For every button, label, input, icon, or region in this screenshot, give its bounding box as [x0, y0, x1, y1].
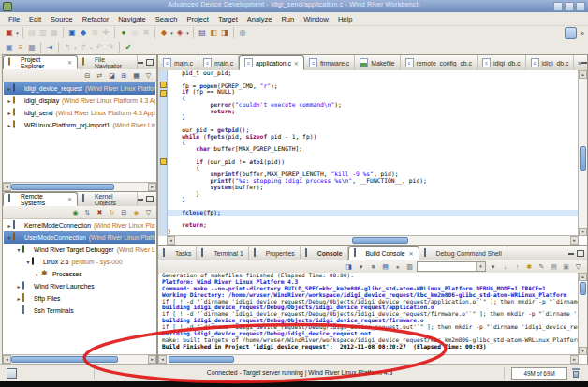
menu-target[interactable]: Target — [213, 15, 243, 23]
bookmark-marker-icon[interactable] — [160, 158, 167, 165]
close-tab-icon[interactable]: ✕ — [67, 196, 72, 202]
undo-icon[interactable]: ↶ — [94, 42, 105, 53]
expand-arrow-icon[interactable]: ▸ — [6, 122, 13, 128]
menu-file[interactable]: File — [4, 15, 24, 23]
minimize-view-icon[interactable] — [138, 199, 143, 201]
menu-project[interactable]: Project — [183, 15, 213, 23]
word-wrap-icon[interactable]: ▤ — [549, 261, 559, 272]
pin-console-icon[interactable]: ▥ — [404, 261, 415, 272]
tree-row-wrlinux-platform-prj-import1[interactable]: ▸WRLinux-Platform_prj-import1(Wind River… — [4, 119, 155, 131]
scroll-right-icon[interactable]: ▸ — [570, 236, 579, 245]
connect-icon[interactable]: ◈ — [174, 27, 185, 38]
menu-window[interactable]: Window — [299, 15, 333, 23]
tree-row-idigi-device-request[interactable]: ▸idigi_device_request(Wind River Linux P… — [4, 82, 155, 95]
tab-properties[interactable]: Properties — [249, 246, 301, 260]
trace-icon[interactable]: ◧ — [208, 27, 219, 38]
editor-tab-idigi-db-c[interactable]: cidigi_db.c — [478, 55, 526, 70]
connect-icon[interactable]: ◉ — [70, 207, 81, 217]
focus-dropdown-icon[interactable]: ◪ — [107, 70, 117, 81]
search-icon[interactable]: ◎ — [237, 27, 248, 38]
console-vscrollbar[interactable]: ▴ ▾ — [578, 273, 587, 355]
tree-row-wind-river-launches[interactable]: ▸Wind River Launches — [4, 280, 155, 292]
back-icon[interactable]: ↰ — [62, 42, 73, 53]
expand-arrow-icon[interactable]: ▸ — [15, 283, 22, 290]
tab-tasks[interactable]: Tasks — [158, 246, 197, 260]
scroll-left-icon[interactable]: ◂ — [3, 183, 11, 191]
tab-debug-command-shell[interactable]: Debug Command Shell — [419, 246, 507, 260]
debug-icon[interactable]: ● — [118, 27, 129, 38]
tree-row-kernelmodeconnection[interactable]: ▸KernelModeConnection(Wind River Linux P… — [4, 219, 155, 231]
console-filter-combo[interactable]: ▾ — [417, 261, 486, 272]
maximize-view-icon[interactable] — [577, 250, 584, 257]
print-icon[interactable]: ▦ — [49, 27, 60, 38]
scroll-up-icon[interactable]: ▴ — [579, 70, 587, 79]
expand-arrow-icon[interactable]: ▸ — [15, 295, 22, 302]
expand-arrow-icon[interactable]: ▾ — [15, 246, 22, 253]
terminate-icon[interactable]: ■ — [368, 261, 378, 272]
build-target-icon[interactable]: ◆ — [78, 27, 89, 38]
scroll-thumb[interactable] — [11, 184, 114, 190]
menu-search[interactable]: Search — [151, 15, 183, 23]
editor-hscrollbar[interactable]: ◂ ▸ — [167, 235, 579, 245]
close-tab-icon[interactable]: ✕ — [409, 250, 414, 257]
expand-arrow-icon[interactable]: ▾ — [24, 259, 32, 265]
view-menu-icon[interactable]: ▽ — [143, 70, 154, 81]
profile-icon[interactable]: ◨ — [219, 27, 230, 38]
minimize-view-icon[interactable] — [138, 62, 143, 64]
view-menu-icon[interactable]: ▽ — [143, 207, 154, 217]
tree-row-usermodeconnection[interactable]: ▾UserModeConnection(Wind River Linux Pla… — [4, 231, 155, 244]
tasks-list-icon[interactable]: ≡ — [15, 42, 26, 53]
close-tab-icon[interactable]: ✕ — [294, 60, 299, 67]
editor-tab-main-c[interactable]: cmain.c — [198, 55, 239, 70]
editor-icon[interactable]: ▣ — [4, 42, 15, 53]
scroll-down-icon[interactable]: ▾ — [579, 347, 587, 355]
connect-dropdown-icon[interactable]: ▾ — [185, 27, 190, 38]
maximize-view-icon[interactable] — [146, 59, 154, 66]
minimize-view-icon[interactable] — [568, 253, 574, 255]
tab-remote-systems[interactable]: Remote Systems✕ — [3, 192, 78, 206]
scroll-thumb[interactable] — [11, 356, 118, 363]
menu-analyze[interactable]: Analyze — [243, 15, 277, 23]
editor-tab-idigi-db-c[interactable]: cidigi_db.c — [526, 55, 575, 70]
target-icon[interactable]: ◆ — [158, 27, 169, 38]
console-output[interactable]: Generation of makefiles finished (Elapse… — [159, 273, 578, 355]
last-edit-icon[interactable]: ⇥ — [44, 42, 55, 53]
combo-dropdown-icon[interactable]: ▾ — [476, 262, 485, 271]
tree-row-linux-2-6[interactable]: ▾Linux 2.6pentium - sys-000 — [4, 256, 155, 268]
sync-icon[interactable]: ⇅ — [82, 207, 93, 217]
minimize-button[interactable] — [553, 2, 563, 11]
scroll-left-icon[interactable]: ◂ — [158, 355, 167, 364]
save-icon[interactable]: ▤ — [26, 27, 37, 38]
collapse-all-icon[interactable]: ⊟ — [82, 70, 93, 81]
new-dropdown-icon[interactable]: ▾ — [15, 27, 20, 38]
editor-vscrollbar[interactable]: ▴ ▾ — [578, 70, 587, 236]
edit-icon[interactable]: ✎ — [537, 261, 547, 272]
calendar-icon[interactable]: ▦ — [26, 42, 37, 53]
editor-tab-main-c[interactable]: cmain.c — [158, 55, 198, 70]
disconnect-icon[interactable]: ✖ — [95, 207, 105, 217]
tree-row-wind-river-target-debugger[interactable]: ▾Wind River Target Debugger(Wind River L… — [4, 244, 155, 256]
perspective-overflow-icon[interactable]: » — [581, 29, 584, 37]
editor-tab-makefile[interactable]: Makefile — [355, 55, 400, 70]
forward-icon[interactable]: ↱ — [78, 42, 89, 53]
stop-icon[interactable]: ✖ — [140, 27, 152, 38]
minimize-view-icon[interactable] — [581, 62, 587, 64]
layout-icon[interactable]: ⊞ — [119, 70, 129, 81]
scroll-up-icon[interactable]: ▴ — [579, 273, 587, 281]
scroll-left-icon[interactable]: ◂ — [3, 355, 11, 364]
menu-navigate[interactable]: Navigate — [113, 15, 151, 23]
build-icon[interactable]: ▣ — [66, 27, 78, 38]
menu-edit[interactable]: Edit — [24, 15, 46, 23]
project-explorer-hscrollbar[interactable]: ◂ ▸ — [3, 182, 156, 191]
filter-icon[interactable]: ◈ — [131, 207, 141, 217]
remote-systems-hscrollbar[interactable]: ◂ ▸ — [3, 354, 156, 364]
editor-annotation-ruler[interactable] — [158, 70, 168, 236]
scroll-thumb[interactable] — [169, 356, 234, 363]
prev-icon[interactable]: ↑ — [512, 261, 522, 272]
console-hscrollbar[interactable]: ◂ ▸ — [158, 354, 579, 364]
scroll-right-icon[interactable]: ▸ — [148, 355, 156, 364]
expand-arrow-icon[interactable]: ▸ — [6, 97, 13, 104]
highlight-icon[interactable]: ✱ — [524, 261, 535, 272]
scroll-right-icon[interactable]: ▸ — [570, 355, 579, 364]
next-icon[interactable]: ↓ — [500, 261, 510, 272]
